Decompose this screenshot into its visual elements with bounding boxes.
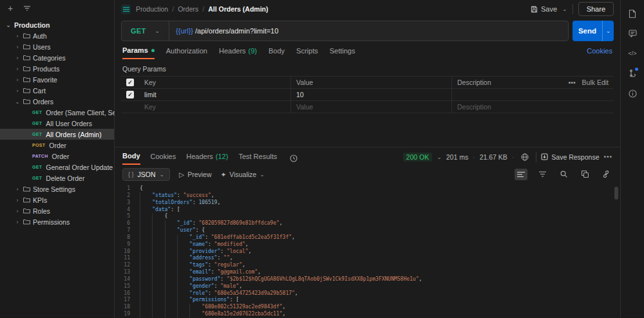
send-button[interactable]: Send ⌄	[573, 21, 614, 41]
more-actions-icon[interactable]: •••	[603, 153, 612, 160]
chevron-down-icon[interactable]: ⌄	[5, 22, 12, 28]
breadcrumb-item[interactable]: Production	[136, 5, 168, 13]
save-response-button[interactable]: Save Response	[541, 153, 599, 161]
sidebar-item-roles[interactable]: ›Roles	[0, 205, 114, 216]
chevron-right-icon[interactable]: ›	[14, 77, 21, 83]
checkbox[interactable]: ✓	[126, 91, 134, 98]
copy-icon[interactable]	[578, 169, 591, 180]
tab-scripts[interactable]: Scripts	[296, 47, 318, 59]
tab-params[interactable]: Params	[122, 46, 155, 59]
response-tab-headers[interactable]: Headers(12)	[186, 153, 228, 164]
chevron-down-icon[interactable]: ⌄	[14, 98, 21, 105]
tab-authorization[interactable]: Authorization	[166, 47, 207, 59]
divider	[573, 4, 573, 14]
line-number: 10	[115, 248, 134, 256]
chevron-right-icon[interactable]: ›	[14, 55, 21, 61]
chevron-right-icon[interactable]: ›	[14, 88, 21, 94]
filter-results-icon[interactable]	[536, 169, 549, 180]
method-selector[interactable]: GET ⌄	[122, 21, 169, 41]
fold-gutter	[134, 192, 140, 200]
response-tab-body[interactable]: Body	[122, 152, 140, 165]
method-badge: POST	[32, 143, 45, 147]
sidebar-item-label: Auth	[33, 32, 47, 40]
cookies-link[interactable]: Cookies	[587, 47, 612, 59]
app-window: + ⌄Production›Auth›Users›Categories›Prod…	[0, 0, 644, 318]
save-dropdown-icon[interactable]: ⌄	[562, 6, 567, 12]
response-tab-cookies[interactable]: Cookies	[151, 153, 176, 164]
tab-headers[interactable]: Headers(9)	[219, 47, 257, 59]
chevron-right-icon[interactable]: ›	[14, 197, 21, 203]
sidebar-item-order-same-client-seller-[interactable]: GETOrder (Same Client, Seller)	[0, 107, 114, 118]
tab-settings[interactable]: Settings	[330, 47, 355, 59]
sidebar-item-cart[interactable]: ›Cart	[0, 85, 114, 96]
chevron-right-icon[interactable]: ›	[14, 44, 21, 50]
chevron-right-icon[interactable]: ›	[14, 33, 21, 39]
description-cell[interactable]: Description	[451, 77, 552, 88]
documentation-icon[interactable]	[627, 8, 638, 19]
filter-icon[interactable]	[23, 5, 31, 12]
checkbox[interactable]: ✓	[126, 79, 134, 86]
sidebar-item-store-settings[interactable]: ›Store Settings	[0, 183, 114, 194]
url-input[interactable]: {{url}} /api/orders/admin?limit=10	[169, 27, 285, 35]
format-document-icon[interactable]	[515, 169, 527, 180]
sidebar-item-products[interactable]: ›Products	[0, 63, 114, 74]
link-icon[interactable]	[600, 169, 612, 180]
visualize-button[interactable]: ✦ Visualize ⌄	[221, 171, 265, 178]
sidebar-item-delete-order[interactable]: GETDelete Order	[0, 173, 114, 183]
code-snippet-icon[interactable]: </>	[627, 48, 638, 59]
key-cell[interactable]: limit	[139, 89, 290, 100]
value-cell[interactable]: Value	[290, 101, 451, 113]
breadcrumb-item[interactable]: All Orders (Admin)	[208, 5, 268, 13]
response-tab-test-results[interactable]: Test Results	[238, 153, 277, 164]
save-button[interactable]: Save	[531, 5, 557, 13]
key-cell[interactable]: Key	[139, 101, 290, 113]
fold-gutter	[134, 276, 140, 283]
sidebar-item-general-order-update[interactable]: GETGeneral Order Update	[0, 162, 114, 173]
params-row[interactable]: ✓limit10	[121, 89, 614, 101]
search-icon[interactable]	[557, 169, 570, 180]
history-icon[interactable]	[287, 153, 300, 164]
sidebar-item-kpis[interactable]: ›KPIs	[0, 194, 114, 205]
sidebar-item-orders[interactable]: ⌄Orders	[0, 96, 114, 107]
bulk-edit-button[interactable]: Bulk Edit	[582, 79, 609, 86]
sidebar-item-production[interactable]: ⌄Production	[0, 19, 114, 30]
preview-button[interactable]: ▷ Preview	[179, 171, 211, 178]
add-icon[interactable]: +	[8, 4, 13, 13]
scrollbar-thumb[interactable]	[614, 187, 618, 200]
value-cell[interactable]: 10	[290, 89, 451, 100]
chevron-right-icon[interactable]: ›	[14, 186, 21, 192]
chevron-right-icon[interactable]: ›	[14, 66, 21, 72]
sidebar-item-favorite[interactable]: ›Favorite	[0, 74, 114, 85]
response-body-viewer[interactable]: 1{2"status": "success",3"totalOrders": 1…	[115, 184, 620, 318]
tab-label: Scripts	[296, 47, 318, 55]
info-icon[interactable]	[627, 88, 638, 99]
params-placeholder-row[interactable]: KeyValueDescription	[121, 101, 614, 113]
more-actions-icon[interactable]: •••	[569, 79, 576, 86]
value-cell[interactable]: Value	[290, 77, 451, 88]
tab-body[interactable]: Body	[269, 47, 285, 59]
url-input-box[interactable]: GET ⌄ {{url}} /api/orders/admin?limit=10	[121, 21, 569, 41]
comments-icon[interactable]	[627, 28, 638, 39]
sidebar-item-auth[interactable]: ›Auth	[0, 30, 114, 41]
status-badge[interactable]: 200 OK	[403, 153, 433, 162]
chevron-right-icon[interactable]: ›	[14, 208, 21, 214]
sidebar-item-all-user-orders[interactable]: GETAll User Orders	[0, 118, 114, 129]
breadcrumb-item[interactable]: Orders	[178, 5, 198, 13]
format-selector[interactable]: { } JSON ⌄	[122, 168, 170, 181]
related-requests-icon[interactable]	[627, 68, 638, 79]
sidebar-item-all-orders-admin-[interactable]: GETAll Orders (Admin)	[0, 129, 114, 140]
sidebar-item-order[interactable]: PATCHOrder	[0, 151, 114, 162]
sidebar-item-order[interactable]: POSTOrder	[0, 140, 114, 151]
sidebar-item-permissions[interactable]: ›Permissions	[0, 216, 114, 227]
key-cell[interactable]: Key	[139, 77, 290, 88]
folder-icon	[23, 44, 30, 50]
url-variable: {{url}}	[176, 27, 193, 35]
description-cell[interactable]: Description	[451, 101, 552, 113]
description-cell[interactable]	[451, 89, 552, 100]
sidebar-item-categories[interactable]: ›Categories	[0, 52, 114, 63]
share-button[interactable]: Share	[578, 2, 614, 16]
network-info-icon[interactable]	[518, 151, 531, 163]
send-dropdown-icon[interactable]: ⌄	[602, 21, 614, 41]
chevron-right-icon[interactable]: ›	[14, 219, 21, 225]
sidebar-item-users[interactable]: ›Users	[0, 41, 114, 52]
